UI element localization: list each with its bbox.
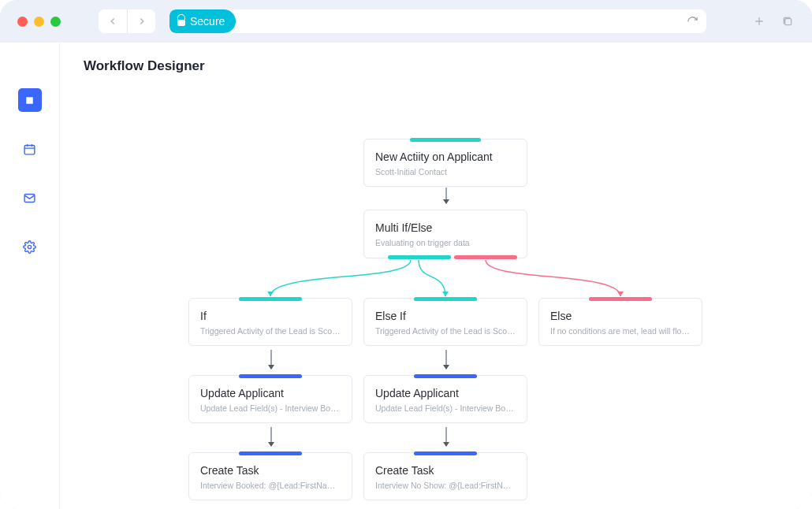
calendar-icon bbox=[23, 143, 36, 156]
accent-bar bbox=[239, 451, 302, 455]
accent-bar bbox=[239, 297, 302, 301]
node-else-if[interactable]: Else If Triggered Activity of the Lead i… bbox=[363, 298, 527, 346]
node-subtitle: Update Lead Field(s) - Interview Booked bbox=[375, 403, 516, 413]
svg-rect-3 bbox=[26, 97, 33, 104]
svg-rect-2 bbox=[785, 19, 792, 25]
node-create-task-a[interactable]: Create Task Interview Booked: @{Lead:Fir… bbox=[188, 452, 352, 500]
refresh-button[interactable] bbox=[687, 16, 698, 28]
plus-icon bbox=[753, 15, 765, 28]
sidebar-item-calendar[interactable] bbox=[18, 137, 42, 161]
new-tab-button[interactable] bbox=[752, 14, 766, 28]
node-multi-if-else[interactable]: Multi If/Else Evaluating on trigger data bbox=[363, 210, 527, 258]
forward-button[interactable] bbox=[127, 9, 155, 33]
page-title: Workflow Designer bbox=[60, 43, 812, 74]
node-title: If bbox=[200, 310, 341, 322]
node-title: Update Applicant bbox=[375, 387, 516, 399]
maximize-window-button[interactable] bbox=[50, 17, 61, 27]
accent-bar bbox=[414, 451, 477, 455]
svg-point-9 bbox=[28, 245, 31, 248]
close-window-button[interactable] bbox=[17, 17, 28, 27]
node-subtitle: Update Lead Field(s) - Interview Booked bbox=[200, 403, 341, 413]
main: Workflow Designer New Actiity on App bbox=[60, 43, 812, 509]
arrow bbox=[445, 427, 447, 446]
accent-bar bbox=[414, 297, 477, 301]
secure-badge: Secure bbox=[169, 9, 236, 33]
node-update-applicant-b[interactable]: Update Applicant Update Lead Field(s) - … bbox=[363, 375, 527, 423]
workflow-canvas[interactable]: New Actiity on Applicant Scott-Initial C… bbox=[60, 90, 812, 509]
nav-buttons bbox=[99, 9, 155, 33]
url-bar[interactable]: Secure bbox=[169, 9, 706, 33]
browser-chrome: Secure bbox=[0, 0, 812, 43]
node-else[interactable]: Else If no conditions are met, lead will… bbox=[538, 298, 702, 346]
stack-icon bbox=[781, 15, 794, 28]
arrow bbox=[270, 350, 272, 369]
back-button[interactable] bbox=[99, 9, 127, 33]
accent-bar bbox=[239, 374, 302, 378]
tabs-button[interactable] bbox=[780, 14, 795, 28]
svg-rect-4 bbox=[24, 145, 35, 154]
accent-teal bbox=[388, 255, 451, 259]
sidebar-item-designer[interactable] bbox=[18, 88, 42, 112]
node-subtitle: If no conditions are met, lead will flow… bbox=[550, 326, 691, 336]
svg-marker-11 bbox=[442, 292, 449, 296]
node-title: Create Task bbox=[375, 464, 516, 477]
node-title: Else bbox=[550, 310, 691, 322]
svg-marker-10 bbox=[267, 292, 274, 296]
node-create-task-b[interactable]: Create Task Interview No Show: @{Lead:Fi… bbox=[363, 452, 527, 500]
node-subtitle: Interview Booked: @{Lead:FirstName,}… bbox=[200, 481, 341, 490]
node-trigger[interactable]: New Actiity on Applicant Scott-Initial C… bbox=[363, 139, 527, 187]
node-title: New Actiity on Applicant bbox=[375, 150, 516, 163]
stop-icon bbox=[23, 94, 36, 107]
gear-icon bbox=[23, 240, 36, 254]
node-if[interactable]: If Triggered Activity of the Lead is Sco… bbox=[188, 298, 352, 346]
traffic-lights bbox=[17, 17, 61, 27]
chevron-right-icon bbox=[136, 16, 147, 27]
node-subtitle: Interview No Show: @{Lead:FirstName,}… bbox=[375, 481, 516, 490]
accent-bar bbox=[589, 297, 652, 301]
accent-pink bbox=[454, 255, 517, 259]
node-title: Else If bbox=[375, 310, 516, 322]
node-subtitle: Scott-Initial Contact bbox=[375, 167, 516, 176]
accent-bar bbox=[414, 374, 477, 378]
chrome-right-controls bbox=[752, 14, 795, 28]
secure-label: Secure bbox=[190, 15, 225, 28]
node-subtitle: Triggered Activity of the Lead is Scott… bbox=[375, 326, 516, 336]
browser-window: Secure bbox=[0, 0, 812, 509]
node-title: Create Task bbox=[200, 464, 341, 477]
node-subtitle: Triggered Activity of the Lead is Scott… bbox=[200, 326, 341, 336]
chevron-left-icon bbox=[107, 16, 118, 27]
node-title: Multi If/Else bbox=[375, 221, 516, 234]
node-subtitle: Evaluating on trigger data bbox=[375, 238, 516, 247]
node-title: Update Applicant bbox=[200, 387, 341, 399]
sidebar bbox=[0, 43, 60, 509]
lock-icon bbox=[177, 17, 185, 26]
arrow bbox=[445, 188, 447, 203]
minimize-window-button[interactable] bbox=[34, 17, 44, 27]
arrow bbox=[270, 427, 272, 446]
sidebar-item-settings[interactable] bbox=[18, 235, 42, 258]
refresh-icon bbox=[687, 16, 698, 28]
node-update-applicant-a[interactable]: Update Applicant Update Lead Field(s) - … bbox=[188, 375, 352, 423]
sidebar-item-mail[interactable] bbox=[18, 186, 42, 210]
mail-icon bbox=[23, 191, 36, 205]
svg-marker-12 bbox=[617, 292, 624, 296]
accent-bar bbox=[410, 138, 481, 142]
arrow bbox=[445, 350, 447, 369]
content: Workflow Designer New Actiity on App bbox=[0, 43, 812, 509]
